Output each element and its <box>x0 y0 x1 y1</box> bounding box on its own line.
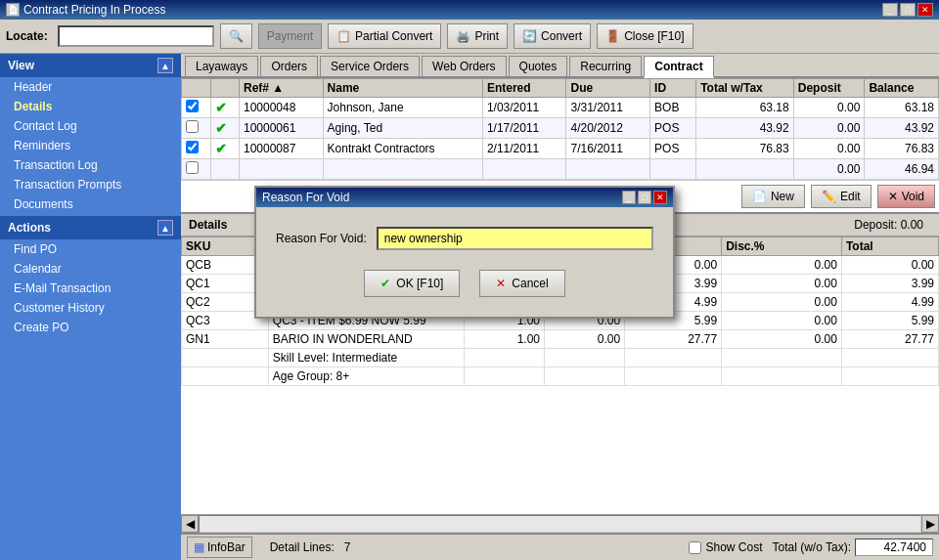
window-title: Contract Pricing In Process <box>23 3 165 17</box>
col-deposit[interactable]: Deposit <box>793 79 865 98</box>
edit-label: Edit <box>840 190 861 203</box>
maximize-button[interactable]: □ <box>900 3 916 17</box>
detail-total: 3.99 <box>841 275 938 293</box>
row-checkbox-cell[interactable] <box>182 159 211 180</box>
col-balance[interactable]: Balance <box>865 79 939 98</box>
locate-search-button[interactable]: 🔍 <box>220 23 252 49</box>
detail-cost <box>544 349 624 367</box>
modal-maximize-button[interactable]: □ <box>638 191 651 204</box>
row-checkbox[interactable] <box>186 100 199 112</box>
tab-service-orders[interactable]: Service Orders <box>320 56 420 76</box>
row-checkbox[interactable] <box>186 120 199 133</box>
tab-orders[interactable]: Orders <box>260 56 318 76</box>
tab-web-orders[interactable]: Web Orders <box>422 56 506 76</box>
table-row[interactable]: 0.00 46.94 <box>182 159 939 180</box>
print-label: Print <box>474 29 499 43</box>
row-checkbox-cell[interactable] <box>182 118 211 139</box>
row-total-tax: 43.92 <box>696 118 794 139</box>
row-total-tax <box>696 159 794 180</box>
modal-title: Reason For Void <box>262 191 349 204</box>
detail-disc: 0.00 <box>722 312 842 330</box>
sidebar-item-transaction-log[interactable]: Transaction Log <box>0 155 181 175</box>
toolbar: Locate: 🔍 Payment 📋 Partial Convert 🖨️ P… <box>0 20 939 54</box>
sidebar-item-find-po[interactable]: Find PO <box>0 239 181 259</box>
detail-total: 5.99 <box>841 312 938 330</box>
modal-cancel-button[interactable]: ✕ Cancel <box>479 270 564 297</box>
tab-layaways[interactable]: Layaways <box>185 56 258 76</box>
col-ref[interactable]: Ref# ▲ <box>239 79 323 98</box>
close-label: Close [F10] <box>624 29 684 43</box>
infobar-button[interactable]: ▦ InfoBar <box>187 537 252 558</box>
modal-title-buttons: _ □ ✕ <box>622 191 667 204</box>
show-cost-label: Show Cost <box>705 540 762 554</box>
table-row[interactable]: ✔ 10000087 Kontrakt Contractors 2/11/201… <box>182 139 939 159</box>
detail-row[interactable]: GN1 BARIO IN WONDERLAND 1.00 0.00 27.77 … <box>182 330 939 349</box>
deposit-area: Deposit: 0.00 <box>846 216 931 234</box>
sidebar-item-documents[interactable]: Documents <box>0 194 181 214</box>
minimize-button[interactable]: _ <box>882 3 898 17</box>
tab-recurring[interactable]: Recurring <box>569 56 642 76</box>
sidebar-item-create-po[interactable]: Create PO <box>0 318 181 337</box>
col-entered[interactable]: Entered <box>482 79 566 98</box>
modal-close-button[interactable]: ✕ <box>653 191 667 204</box>
col-name[interactable]: Name <box>323 79 482 98</box>
close-window-button[interactable]: ✕ <box>917 3 933 17</box>
row-total-tax: 63.18 <box>696 98 794 118</box>
row-checkbox[interactable] <box>186 141 199 153</box>
scroll-track[interactable] <box>199 515 921 533</box>
tab-quotes[interactable]: Quotes <box>509 56 568 76</box>
row-check-icon: ✔ <box>215 100 227 115</box>
sidebar-item-transaction-prompts[interactable]: Transaction Prompts <box>0 175 181 194</box>
show-cost-checkbox[interactable] <box>689 541 701 554</box>
sidebar-item-reminders[interactable]: Reminders <box>0 136 181 155</box>
sidebar-item-header[interactable]: Header <box>0 77 181 97</box>
print-button[interactable]: 🖨️ Print <box>447 23 508 49</box>
void-label: Void <box>902 190 924 203</box>
deposit-value: 0.00 <box>901 218 923 232</box>
app-icon: 📄 <box>6 3 20 17</box>
row-checkbox-cell[interactable] <box>182 98 211 118</box>
partial-convert-button[interactable]: 📋 Partial Convert <box>328 23 441 49</box>
col-total-tax[interactable]: Total w/Tax <box>696 79 794 98</box>
row-deposit: 0.00 <box>793 118 865 139</box>
row-checkbox-cell[interactable] <box>182 139 211 159</box>
detail-total: 0.00 <box>841 256 938 275</box>
locate-input[interactable] <box>58 25 214 47</box>
detail-qty <box>464 349 544 367</box>
sidebar-item-details[interactable]: Details <box>0 97 181 116</box>
payment-button[interactable]: Payment <box>258 23 322 49</box>
view-collapse-button[interactable]: ▲ <box>157 58 173 73</box>
scroll-left-button[interactable]: ◀ <box>181 515 199 533</box>
actions-collapse-button[interactable]: ▲ <box>157 220 173 236</box>
modal-minimize-button[interactable]: _ <box>622 191 636 204</box>
detail-row[interactable]: Age Group: 8+ <box>182 367 939 386</box>
row-deposit: 0.00 <box>793 98 865 118</box>
reason-input[interactable] <box>377 227 653 250</box>
table-row[interactable]: ✔ 10000061 Aging, Ted 1/17/2011 4/20/201… <box>182 118 939 139</box>
tab-contract[interactable]: Contract <box>644 56 713 78</box>
modal-ok-button[interactable]: ✔ OK [F10] <box>364 270 460 297</box>
sidebar-item-email-transaction[interactable]: E-Mail Transaction <box>0 279 181 298</box>
tabs-bar: Layaways Orders Service Orders Web Order… <box>181 54 939 78</box>
close-button[interactable]: 🚪 Close [F10] <box>597 23 693 49</box>
details-header: Details <box>189 218 227 232</box>
actions-section-header: Actions ▲ <box>0 216 181 239</box>
detail-desc: Skill Level: Intermediate <box>268 349 464 367</box>
void-button[interactable]: ✕ Void <box>877 185 935 208</box>
col-id[interactable]: ID <box>650 79 696 98</box>
sidebar-item-calendar[interactable]: Calendar <box>0 259 181 279</box>
convert-button[interactable]: 🔄 Convert <box>514 23 591 49</box>
sidebar-item-customer-history[interactable]: Customer History <box>0 298 181 318</box>
row-name: Johnson, Jane <box>323 98 482 118</box>
cancel-x-icon: ✕ <box>496 277 506 290</box>
table-row[interactable]: ✔ 10000048 Johnson, Jane 1/03/2011 3/31/… <box>182 98 939 118</box>
detail-price: 27.77 <box>625 330 722 349</box>
col-due[interactable]: Due <box>566 79 650 98</box>
scroll-right-button[interactable]: ▶ <box>921 515 939 533</box>
detail-row[interactable]: Skill Level: Intermediate <box>182 349 939 367</box>
sidebar-item-contact-log[interactable]: Contact Log <box>0 116 181 136</box>
new-button[interactable]: 📄 New <box>741 185 805 208</box>
row-checkbox[interactable] <box>186 161 199 174</box>
edit-button[interactable]: ✏️ Edit <box>811 185 872 208</box>
detail-price <box>625 349 722 367</box>
